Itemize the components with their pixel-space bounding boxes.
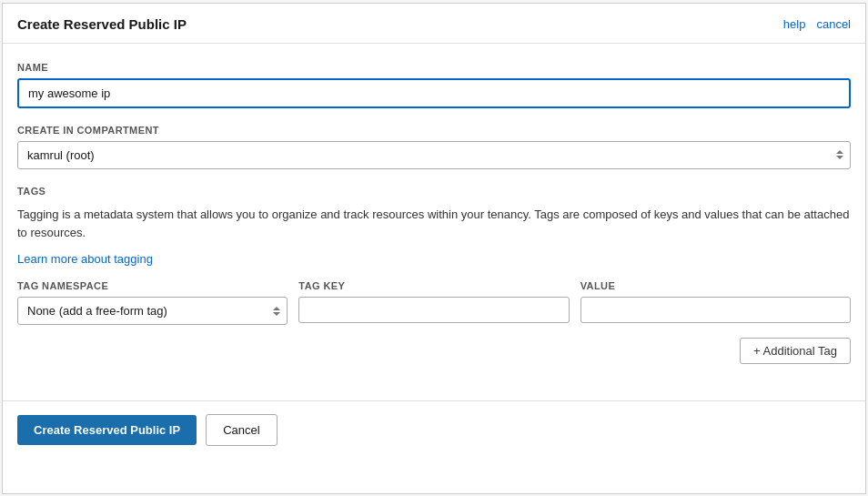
tags-description: Tagging is a metadata system that allows… (17, 206, 851, 244)
name-input[interactable] (17, 78, 851, 108)
tag-key-input[interactable] (298, 297, 569, 323)
tags-section: TAGS Tagging is a metadata system that a… (17, 186, 851, 365)
compartment-label: CREATE IN COMPARTMENT (17, 125, 851, 136)
namespace-col-label: TAG NAMESPACE (17, 280, 288, 291)
compartment-select-wrapper: kamrul (root) (17, 141, 851, 169)
cancel-link[interactable]: cancel (816, 17, 851, 31)
help-link[interactable]: help (783, 17, 806, 31)
learn-more-link[interactable]: Learn more about tagging (17, 252, 153, 266)
tag-key-column: TAG KEY (298, 280, 569, 325)
tag-value-input[interactable] (580, 297, 851, 323)
modal-container: Create Reserved Public IP help cancel NA… (2, 3, 866, 494)
modal-title: Create Reserved Public IP (17, 16, 187, 32)
namespace-column: TAG NAMESPACE None (add a free-form tag) (17, 280, 288, 325)
modal-header: Create Reserved Public IP help cancel (3, 4, 865, 44)
tag-key-col-label: TAG KEY (298, 280, 569, 291)
namespace-select-wrapper: None (add a free-form tag) (17, 297, 288, 325)
modal-body: NAME CREATE IN COMPARTMENT kamrul (root)… (3, 44, 865, 401)
modal-footer: Create Reserved Public IP Cancel (3, 400, 865, 459)
value-col-label: VALUE (580, 280, 851, 291)
cancel-button[interactable]: Cancel (206, 414, 277, 446)
submit-button[interactable]: Create Reserved Public IP (17, 415, 197, 445)
compartment-field-group: CREATE IN COMPARTMENT kamrul (root) (17, 125, 851, 169)
additional-tag-row: + Additional Tag (17, 338, 851, 364)
value-column: VALUE (580, 280, 851, 325)
additional-tag-button[interactable]: + Additional Tag (740, 338, 851, 364)
compartment-select[interactable]: kamrul (root) (17, 141, 851, 169)
tags-label: TAGS (17, 186, 851, 197)
name-label: NAME (17, 62, 851, 73)
header-links: help cancel (783, 17, 851, 31)
name-field-group: NAME (17, 62, 851, 108)
namespace-select[interactable]: None (add a free-form tag) (17, 297, 288, 325)
tags-columns: TAG NAMESPACE None (add a free-form tag)… (17, 280, 851, 325)
